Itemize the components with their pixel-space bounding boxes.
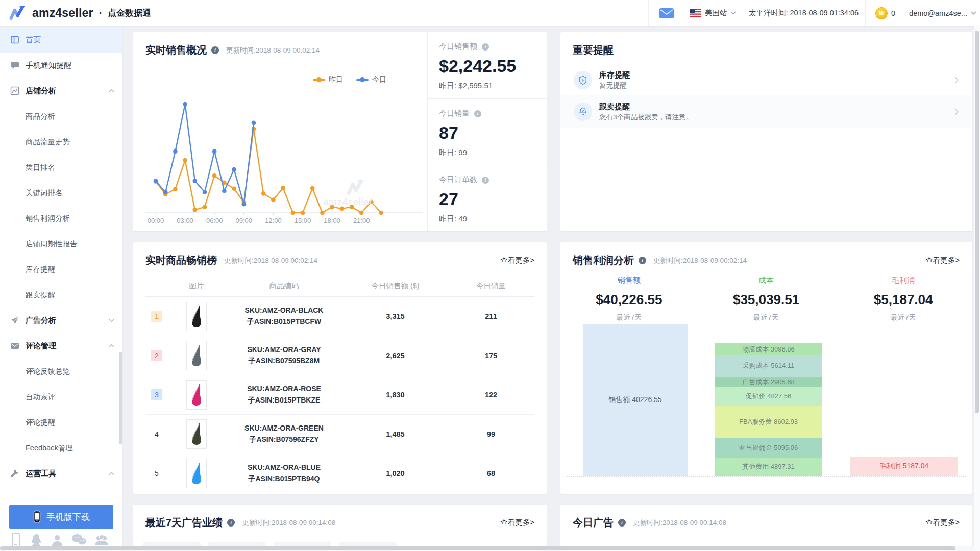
bar-label: 销售额 40226.55 [608, 395, 662, 405]
wechat-icon[interactable] [71, 534, 87, 547]
data-point [154, 179, 158, 183]
stat-label: 成本 [698, 276, 835, 285]
x-axis-label: 21:00 [353, 217, 370, 224]
sidebar-item-operation-tools[interactable]: 运营工具 [0, 461, 122, 486]
data-point [193, 208, 198, 212]
sidebar-item-review-overview[interactable]: 评论反馈总览 [0, 359, 122, 384]
data-point [301, 211, 305, 215]
data-point [193, 179, 198, 183]
waterfall-cost-stack: 物流成本 3096.86采购成本 5614.11广告成本 2905.68促销价 … [715, 343, 822, 476]
sidebar-item-inventory-alert[interactable]: 库存提醒 [0, 257, 122, 282]
brand-logo-icon [9, 6, 28, 21]
mail-button[interactable] [648, 0, 684, 26]
sidebar-item-review-management[interactable]: 评论管理 [0, 333, 122, 359]
stat-yesterday: 昨日: $2,595.51 [439, 81, 547, 91]
card-important-notices: 重要提醒 库存提醒 暂无提醒 [560, 32, 972, 231]
sidebar-item-shop-analysis[interactable]: 店铺分析 [0, 78, 122, 104]
info-icon[interactable]: i [482, 43, 489, 51]
x-axis-label: 12:00 [265, 217, 282, 224]
cost-segment: 其他费用 4897.31 [715, 458, 822, 476]
bestseller-row-4[interactable]: 4SKU:AMZ-ORA-GREEN子ASIN:B07596ZFZY1,4859… [145, 415, 534, 454]
data-point [281, 186, 285, 190]
sidebar-item-label: 运营工具 [26, 469, 56, 479]
sidebar-item-ad-analysis[interactable]: 广告分析 [0, 308, 122, 333]
view-more-link[interactable]: 查看更多> [926, 518, 960, 528]
account-menu[interactable]: demo@amz4se... [905, 0, 980, 26]
bestseller-row-3[interactable]: 3SKU:AMZ-ORA-ROSE子ASIN:B015PTBKZE1,83012… [145, 375, 534, 415]
qq-icon[interactable] [29, 533, 43, 547]
stat-gross-profit: 毛利润 $5,187.04 最近7天 [835, 276, 972, 322]
data-point [203, 190, 207, 194]
asin-line: 子ASIN:B015PTBKZE [225, 395, 343, 406]
group-icon[interactable] [94, 534, 109, 546]
card-bestseller-ranking: 实时商品畅销榜 更新时间:2018-08-09 00:02:14 查看更多> 图… [133, 242, 547, 494]
rank-badge: 5 [151, 468, 162, 479]
column-header: 图片 [168, 281, 225, 291]
user-icon[interactable] [51, 534, 64, 547]
mobile-app-download-button[interactable]: 手机版下载 [9, 505, 113, 529]
brand[interactable]: amz4seller · 点金数据通 [0, 6, 151, 21]
sidebar-item-phone-notify[interactable]: 手机通知提醒 [0, 53, 122, 78]
sidebar-item-followsell-alert[interactable]: 跟卖提醒 [0, 282, 122, 308]
sidebar-item-sales-profit[interactable]: 销售利润分析 [0, 206, 122, 231]
info-icon[interactable]: i [639, 257, 646, 264]
pacific-time-label: 太平洋时间: 2018-08-09 01:34:06 [749, 8, 859, 18]
info-icon[interactable]: i [618, 519, 626, 527]
bestseller-row-2[interactable]: 2SKU:AMZ-ORA-GRAY子ASIN:B07595BZ8M2,62517… [145, 336, 534, 375]
brand-name: amz4seller [32, 6, 93, 20]
vertical-scrollbar-thumb[interactable] [975, 31, 979, 413]
bestseller-row-5[interactable]: 5SKU:AMZ-ORA-BLUE子ASIN:B015PTB94Q1,02068 [145, 454, 534, 493]
info-icon[interactable]: i [482, 177, 489, 184]
chevron-up-icon [109, 89, 114, 93]
coin-balance[interactable]: W 0 [865, 0, 905, 26]
sku-line: SKU:AMZ-ORA-BLUE [225, 462, 343, 473]
sidebar-item-product-traffic[interactable]: 商品流量走势 [0, 129, 122, 155]
envelope-icon [10, 341, 19, 350]
card-title: 实时商品畅销榜 [145, 254, 217, 267]
info-icon[interactable]: i [211, 46, 219, 54]
notice-followsell-alert[interactable]: 跟卖提醒 您有3个商品被跟卖，请注意。 [560, 95, 972, 128]
sidebar-scrollbar[interactable] [119, 352, 122, 444]
card-title: 实时销售概况 [145, 43, 207, 57]
data-point [252, 121, 256, 126]
sidebar-item-label: 商品分析 [26, 112, 55, 121]
card-title: 今日广告 [573, 516, 614, 530]
notice-inventory-alert[interactable]: 库存提醒 暂无提醒 [560, 65, 972, 95]
rank-badge: 4 [151, 429, 162, 440]
sidebar-item-review-alert[interactable]: 评论提醒 [0, 410, 122, 435]
bestseller-table: 图片商品编码今日销售额 ($)今日销量1SKU:AMZ-ORA-BLACK子AS… [145, 275, 534, 493]
view-more-link[interactable]: 查看更多> [926, 256, 960, 265]
info-icon[interactable]: i [227, 519, 235, 527]
sku-line: SKU:AMZ-ORA-ROSE [225, 384, 343, 395]
card-ads-today: 今日广告 i 更新时间:2018-08-09 00:14:08 查看更多> [560, 505, 972, 551]
sidebar-item-label: 首页 [26, 35, 41, 45]
x-axis-label: 00:00 [148, 217, 164, 224]
updated-time: 更新时间:2018-08-09 00:02:14 [226, 46, 320, 55]
sidebar-item-label: 商品流量走势 [26, 137, 70, 147]
horizontal-scrollbar [0, 546, 974, 551]
sidebar-item-label: 关键词排名 [26, 188, 63, 198]
bestseller-row-1[interactable]: 1SKU:AMZ-ORA-BLACK子ASIN:B015PTBCFW3,3152… [145, 297, 534, 336]
marketplace-label: 美国站 [705, 8, 727, 18]
product-image [186, 341, 207, 370]
sidebar-item-keyword-rank[interactable]: 关键词排名 [0, 180, 122, 206]
view-more-link[interactable]: 查看更多> [501, 256, 534, 265]
view-more-link[interactable]: 查看更多> [501, 518, 534, 528]
sidebar-item-home[interactable]: 首页 [0, 27, 122, 53]
notice-title: 库存提醒 [599, 69, 630, 81]
sidebar-item-label: 评论提醒 [26, 418, 55, 428]
sidebar-item-feedback-management[interactable]: Feedback管理 [0, 435, 122, 461]
horizontal-scrollbar-thumb[interactable] [0, 546, 955, 550]
stat-value: $5,187.04 [835, 292, 972, 308]
sidebar-item-periodic-report[interactable]: 店铺周期性报告 [0, 231, 122, 257]
cost-segment: FBA服务费 8602.93 [715, 406, 822, 438]
sidebar-item-product-analysis[interactable]: 商品分析 [0, 104, 122, 129]
today-quantity-value: 211 [448, 312, 534, 320]
info-icon[interactable]: i [474, 110, 481, 117]
marketplace-selector[interactable]: 美国站 [684, 0, 742, 26]
today-sales-value: 1,830 [343, 391, 448, 399]
stat-yesterday: 昨日: 49 [439, 214, 547, 224]
x-axis-label: 15:00 [295, 217, 311, 224]
sidebar-item-auto-review[interactable]: 自动索评 [0, 384, 122, 410]
sidebar-item-category-rank[interactable]: 类目排名 [0, 155, 122, 180]
